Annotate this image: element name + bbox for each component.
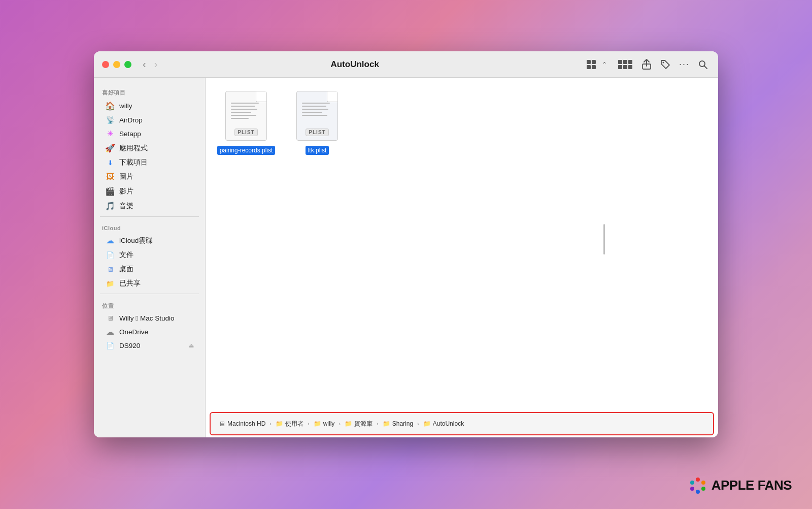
breadcrumb-willy-label: willy: [323, 420, 335, 427]
plist-line: [302, 115, 327, 116]
sidebar-label-music: 音樂: [119, 202, 133, 211]
view-grid-button[interactable]: [584, 57, 599, 72]
plist-line: [231, 106, 255, 107]
sidebar-item-icloud-drive[interactable]: ☁ iCloud雲碟: [97, 233, 202, 248]
title-bar: ‹ › AutoUnlock ⌃: [94, 51, 718, 78]
library-folder-icon: 📁: [345, 420, 352, 427]
svg-point-19: [690, 481, 694, 485]
locations-label: 位置: [94, 297, 205, 312]
sidebar-label-onedrive: OneDrive: [119, 328, 148, 336]
breadcrumb-sep-1: ›: [269, 421, 272, 427]
svg-rect-7: [623, 65, 627, 69]
close-button[interactable]: [102, 61, 109, 68]
home-icon: 🏠: [105, 101, 115, 111]
apple-fans-text: APPLE FANS: [712, 478, 792, 493]
sidebar-item-ds920[interactable]: 📄 DS920 ⏏: [97, 339, 202, 352]
sidebar-item-willy[interactable]: 🏠 willy: [97, 99, 202, 113]
svg-point-11: [662, 61, 664, 63]
tag-button[interactable]: [658, 57, 673, 72]
desktop-icon: 🖥: [105, 266, 115, 273]
sidebar-label-downloads: 下載項目: [119, 158, 148, 167]
breadcrumb-users-label: 使用者: [285, 420, 303, 428]
sidebar-item-documents[interactable]: 📄 文件: [97, 248, 202, 262]
svg-rect-1: [592, 60, 596, 64]
eject-icon[interactable]: ⏏: [189, 342, 194, 349]
plist-badge-ltk: PLIST: [306, 129, 328, 136]
sidebar-item-music[interactable]: 🎵 音樂: [97, 199, 202, 213]
files-area: PLIST pairing-records.plist: [206, 78, 718, 410]
sidebar-item-desktop[interactable]: 🖥 桌面: [97, 262, 202, 276]
svg-rect-8: [628, 60, 632, 64]
sidebar: 喜好項目 🏠 willy 📡 AirDrop ✳ Setapp 🚀 應用程式 ⬇…: [94, 78, 206, 437]
file-name-pairing: pairing-records.plist: [217, 146, 276, 155]
apple-fans-badge: APPLE FANS: [688, 475, 792, 495]
hd-icon: 🖥: [219, 420, 225, 428]
sidebar-label-movies: 影片: [119, 187, 133, 196]
minimize-button[interactable]: [113, 61, 120, 68]
sidebar-label-macstudio: Willy  Mac Studio: [119, 314, 174, 322]
file-item-pairing-records[interactable]: PLIST pairing-records.plist: [216, 88, 277, 155]
documents-icon: 📄: [105, 251, 115, 259]
breadcrumb-willy[interactable]: 📁 willy: [314, 420, 335, 427]
divider-1: [100, 216, 199, 217]
autounlock-folder-icon: 📁: [423, 420, 431, 427]
sidebar-item-photos[interactable]: 🖼 圖片: [97, 170, 202, 184]
sidebar-label-setapp: Setapp: [119, 130, 141, 138]
breadcrumb-sep-4: ›: [377, 421, 379, 427]
svg-point-17: [696, 490, 700, 494]
breadcrumb-users[interactable]: 📁 使用者: [276, 420, 303, 428]
svg-rect-9: [628, 65, 632, 69]
view-list-button[interactable]: [615, 57, 635, 72]
sidebar-item-onedrive[interactable]: ☁ OneDrive: [97, 325, 202, 339]
sidebar-item-shared[interactable]: 📁 已共享: [97, 276, 202, 291]
music-icon: 🎵: [105, 201, 115, 211]
onedrive-icon: ☁: [105, 327, 115, 337]
airdrop-icon: 📡: [105, 116, 115, 124]
sidebar-label-photos: 圖片: [119, 172, 133, 181]
sidebar-item-airdrop[interactable]: 📡 AirDrop: [97, 113, 202, 126]
file-icon-pairing: PLIST: [221, 88, 272, 144]
view-chevron-button[interactable]: ⌃: [600, 59, 609, 70]
svg-rect-0: [587, 60, 591, 64]
plist-line: [302, 106, 326, 107]
breadcrumb-library[interactable]: 📁 資源庫: [345, 420, 373, 428]
breadcrumb-sep-3: ›: [339, 421, 341, 427]
plist-line: [231, 115, 256, 116]
sidebar-item-apps[interactable]: 🚀 應用程式: [97, 141, 202, 155]
breadcrumb-bar: 🖥 Macintosh HD › 📁 使用者 › 📁 willy › 📁 資源庫: [210, 412, 714, 435]
scroll-indicator: [603, 224, 605, 254]
toolbar-right: ⌃: [584, 57, 710, 72]
sidebar-label-airdrop: AirDrop: [119, 116, 143, 124]
share-button[interactable]: [639, 57, 654, 72]
sidebar-label-icloud: iCloud雲碟: [119, 236, 153, 245]
apps-icon: 🚀: [105, 143, 115, 153]
breadcrumb-sharing[interactable]: 📁 Sharing: [383, 420, 413, 427]
icloud-icon: ☁: [105, 236, 115, 245]
sidebar-item-macstudio[interactable]: 🖥 Willy  Mac Studio: [97, 312, 202, 325]
breadcrumb-library-label: 資源庫: [354, 420, 373, 428]
setapp-icon: ✳: [105, 129, 115, 138]
sidebar-label-willy: willy: [119, 102, 132, 110]
sidebar-label-desktop: 桌面: [119, 265, 133, 274]
sidebar-item-movies[interactable]: 🎬 影片: [97, 184, 202, 199]
plist-line: [231, 112, 251, 113]
downloads-icon: ⬇: [105, 159, 115, 167]
search-button[interactable]: [696, 57, 710, 72]
breadcrumb-sep-5: ›: [417, 421, 419, 427]
svg-point-15: [701, 481, 705, 485]
svg-rect-6: [623, 60, 627, 64]
sidebar-item-setapp[interactable]: ✳ Setapp: [97, 126, 202, 141]
plist-line: [302, 112, 322, 113]
plist-lines: [231, 103, 261, 121]
svg-rect-5: [618, 65, 622, 69]
sidebar-item-downloads[interactable]: ⬇ 下載項目: [97, 155, 202, 170]
finder-body: 喜好項目 🏠 willy 📡 AirDrop ✳ Setapp 🚀 應用程式 ⬇…: [94, 78, 718, 437]
sidebar-label-ds920: DS920: [119, 342, 140, 349]
breadcrumb-macintosh-hd[interactable]: 🖥 Macintosh HD: [219, 420, 265, 428]
file-item-ltk[interactable]: PLIST ltk.plist: [287, 88, 348, 155]
svg-rect-4: [618, 60, 622, 64]
svg-rect-2: [587, 65, 591, 69]
breadcrumb-autounlock[interactable]: 📁 AutoUnlock: [423, 420, 464, 427]
more-button[interactable]: ···: [677, 57, 692, 72]
svg-line-13: [704, 66, 707, 69]
